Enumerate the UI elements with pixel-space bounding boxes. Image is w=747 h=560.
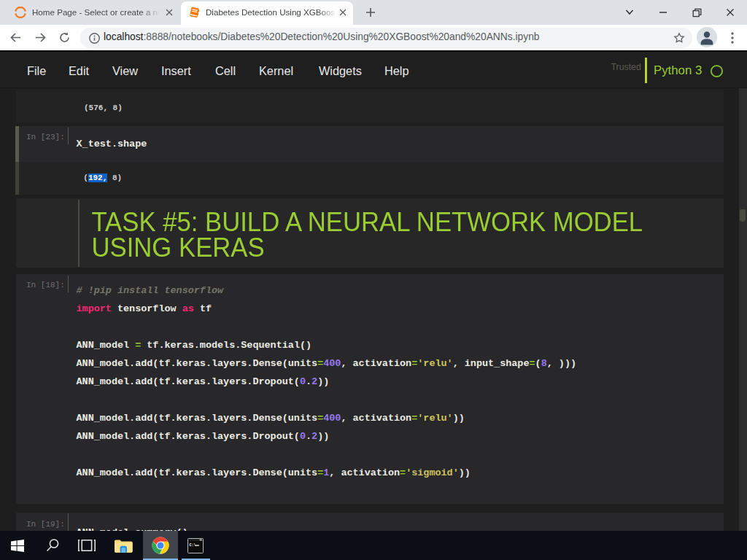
svg-text:C:\: C:\ — [189, 543, 196, 548]
